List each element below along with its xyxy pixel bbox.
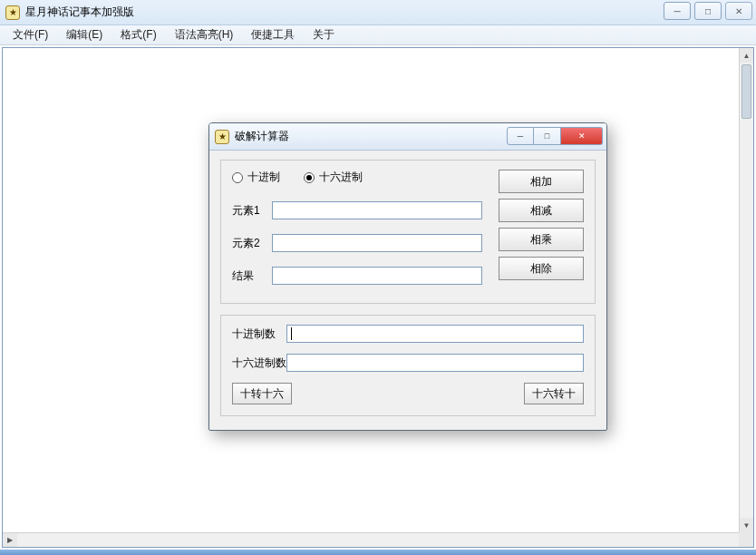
- calculator-dialog: ★ 破解计算器 ─ □ ✕ 十进制 十六进制: [208, 122, 607, 431]
- add-button[interactable]: 相加: [499, 170, 584, 193]
- hex-number-label: 十六进制数: [232, 355, 286, 371]
- radio-hex[interactable]: 十六进制: [304, 170, 363, 185]
- conversion-group: 十进制数 十六进制数 十转十六 十六转十: [220, 315, 596, 416]
- div-button[interactable]: 相除: [499, 257, 584, 280]
- dec-to-hex-button[interactable]: 十转十六: [232, 383, 292, 404]
- text-caret-icon: [291, 327, 292, 340]
- menu-format[interactable]: 格式(F): [111, 25, 165, 44]
- dialog-minimize-button[interactable]: ─: [507, 127, 534, 145]
- main-maximize-button[interactable]: □: [694, 2, 722, 20]
- menu-about[interactable]: 关于: [304, 25, 344, 44]
- main-titlebar: ★ 星月神话记事本加强版 ─ □ ✕: [0, 0, 756, 25]
- radio-decimal[interactable]: 十进制: [232, 170, 280, 185]
- decimal-number-label: 十进制数: [232, 326, 286, 342]
- main-window-title: 星月神话记事本加强版: [25, 5, 134, 20]
- hex-to-dec-button[interactable]: 十六转十: [524, 383, 584, 404]
- elem2-input[interactable]: [272, 234, 482, 252]
- vertical-scrollbar[interactable]: ▲ ▼: [739, 48, 753, 532]
- menu-file[interactable]: 文件(F): [4, 25, 57, 44]
- dialog-body: 十进制 十六进制 元素1 元素2: [209, 151, 606, 431]
- result-input[interactable]: [272, 267, 482, 285]
- radix-radio-group: 十进制 十六进制: [232, 170, 482, 185]
- dialog-window-controls: ─ □ ✕: [507, 127, 603, 145]
- dialog-title: 破解计算器: [235, 129, 289, 144]
- dialog-titlebar[interactable]: ★ 破解计算器 ─ □ ✕: [209, 123, 606, 151]
- sub-button[interactable]: 相减: [499, 199, 584, 222]
- radio-decimal-label: 十进制: [247, 170, 280, 185]
- scroll-up-arrow-icon[interactable]: ▲: [740, 48, 753, 63]
- menubar: 文件(F) 编辑(E) 格式(F) 语法高亮(H) 便捷工具 关于: [0, 25, 756, 45]
- operation-buttons: 相加 相减 相乘 相除: [499, 170, 584, 292]
- radio-circle-icon: [304, 172, 315, 183]
- app-icon: ★: [5, 5, 20, 20]
- radio-circle-icon: [232, 172, 243, 183]
- menu-syntax-highlight[interactable]: 语法高亮(H): [166, 25, 243, 44]
- main-window-bottom-border: [0, 550, 756, 555]
- elem2-label: 元素2: [232, 236, 272, 251]
- menu-handy-tools[interactable]: 便捷工具: [242, 25, 304, 44]
- scroll-corner: [739, 532, 753, 547]
- result-label: 结果: [232, 268, 272, 284]
- vertical-scroll-thumb[interactable]: [741, 64, 751, 119]
- decimal-number-input[interactable]: [286, 325, 584, 343]
- arithmetic-group: 十进制 十六进制 元素1 元素2: [220, 160, 596, 304]
- elem1-input[interactable]: [272, 201, 482, 219]
- main-minimize-button[interactable]: ─: [664, 2, 691, 20]
- mul-button[interactable]: 相乘: [499, 228, 584, 251]
- menu-edit[interactable]: 编辑(E): [57, 25, 111, 44]
- dialog-close-button[interactable]: ✕: [561, 127, 603, 145]
- radio-dot-icon: [306, 175, 312, 180]
- main-close-button[interactable]: ✕: [725, 2, 752, 20]
- dialog-app-icon: ★: [215, 130, 229, 144]
- horizontal-scrollbar[interactable]: ◀ ▶: [3, 532, 739, 547]
- radio-hex-label: 十六进制: [319, 170, 363, 185]
- main-window-controls: ─ □ ✕: [664, 2, 752, 20]
- elem1-label: 元素1: [232, 203, 272, 219]
- dialog-maximize-button[interactable]: □: [534, 127, 561, 145]
- hex-number-input[interactable]: [286, 354, 584, 372]
- scroll-right-arrow-icon[interactable]: ▶: [3, 533, 17, 547]
- scroll-down-arrow-icon[interactable]: ▼: [740, 518, 753, 532]
